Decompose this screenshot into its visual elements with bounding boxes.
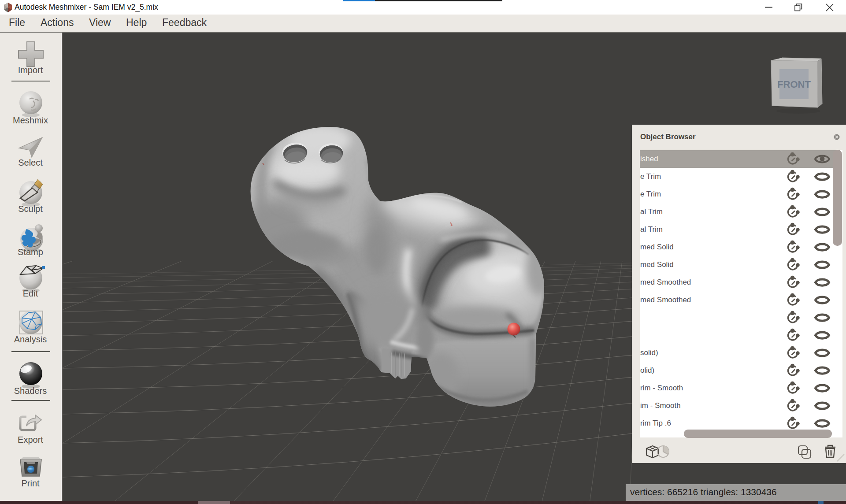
svg-text:FRONT: FRONT xyxy=(777,79,811,90)
